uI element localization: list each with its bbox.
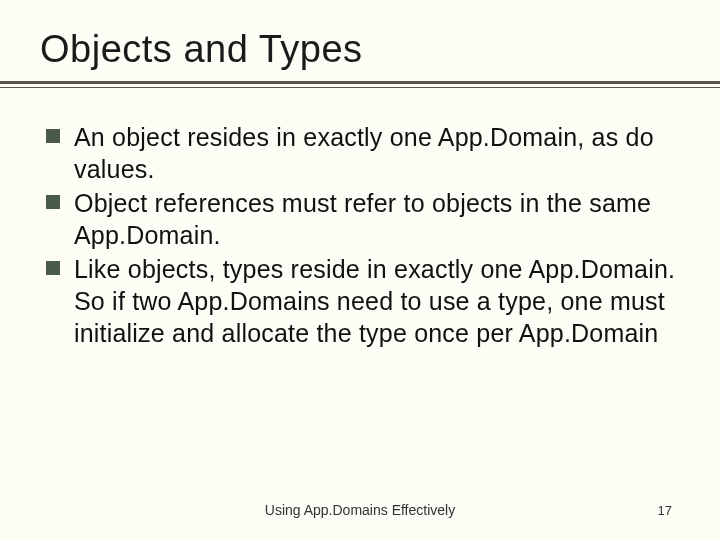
slide: Objects and Types An object resides in e…	[0, 0, 720, 540]
bullet-item: Object references must refer to objects …	[46, 187, 680, 251]
title-rule	[40, 81, 680, 93]
rule-thin	[0, 87, 720, 88]
bullet-item: An object resides in exactly one App.Dom…	[46, 121, 680, 185]
bullet-list: An object resides in exactly one App.Dom…	[40, 121, 680, 349]
slide-title: Objects and Types	[40, 28, 680, 71]
bullet-item: Like objects, types reside in exactly on…	[46, 253, 680, 349]
page-number: 17	[658, 503, 672, 518]
rule-thick	[0, 81, 720, 84]
footer-text: Using App.Domains Effectively	[0, 502, 720, 518]
